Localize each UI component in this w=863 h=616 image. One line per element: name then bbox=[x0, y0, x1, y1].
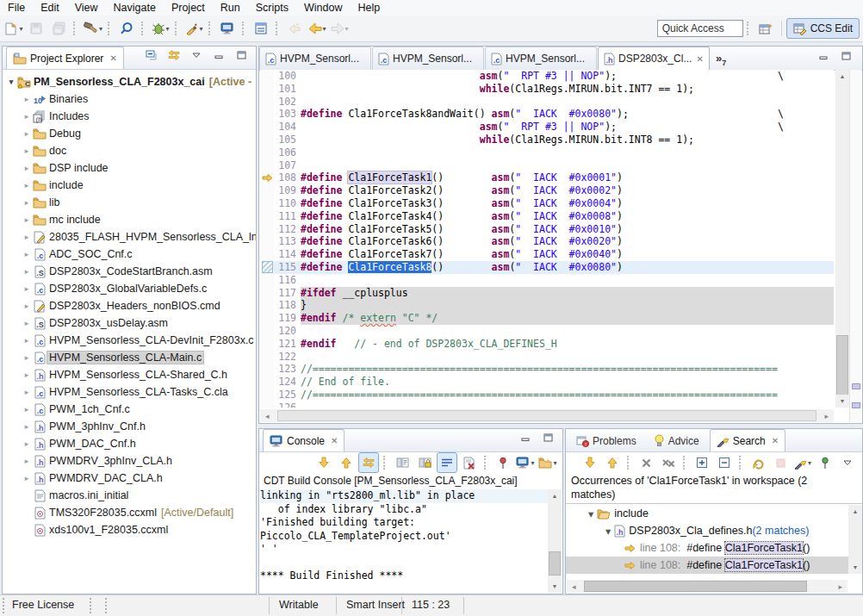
expander-icon[interactable]: ▸ bbox=[22, 250, 32, 258]
expander-icon[interactable]: ▸ bbox=[22, 439, 32, 448]
scroll-right-arrow[interactable]: ▸ bbox=[833, 582, 847, 591]
code-line[interactable]: 106 bbox=[260, 146, 834, 159]
expander-icon[interactable]: ▸ bbox=[22, 112, 32, 121]
gutter-marker-area[interactable] bbox=[260, 210, 274, 223]
expander-icon[interactable]: ▸ bbox=[22, 95, 32, 103]
editor-vertical-scrollbar[interactable]: ▲ ▼ bbox=[835, 70, 849, 408]
tree-item[interactable]: ▸.hPWMDRV_3phInv_CLA.h bbox=[3, 452, 256, 470]
tree-item[interactable]: ▸.cPWM_1ch_Cnf.c bbox=[3, 401, 256, 418]
code-line[interactable]: 104 asm(" RPT #3 || NOP"); \ bbox=[260, 121, 834, 134]
new-file-button[interactable]: ✶▾ bbox=[3, 18, 24, 39]
tree-item[interactable]: ▸mc include bbox=[3, 211, 256, 228]
occurrence-marker[interactable] bbox=[852, 383, 860, 389]
dropdown-arrow-icon[interactable]: ▾ bbox=[323, 25, 326, 33]
editor-tab-3[interactable]: .hDSP2803x_Cl...✕ bbox=[598, 47, 710, 70]
show-console-stderr-button[interactable] bbox=[414, 452, 435, 473]
menu-window[interactable]: Window bbox=[296, 1, 350, 15]
tree-item[interactable]: ▸.cHVPM_Sensorless_CLA-Tasks_C.cla bbox=[3, 383, 256, 401]
minimize-button[interactable] bbox=[813, 46, 834, 66]
code-line[interactable]: 107 bbox=[260, 159, 834, 172]
gutter-marker-area[interactable] bbox=[260, 287, 274, 300]
expander-icon[interactable]: ▸ bbox=[22, 457, 32, 465]
save-all-button[interactable] bbox=[48, 18, 69, 39]
tree-item[interactable]: ▸.hHVPM_Sensorless_CLA-Shared_C.h bbox=[3, 366, 256, 383]
expander-icon[interactable]: ▸ bbox=[22, 284, 32, 293]
expander-icon[interactable]: ▾ bbox=[6, 78, 16, 86]
tree-item[interactable]: ▸.hPWM_DAC_Cnf.h bbox=[3, 435, 256, 452]
gutter-marker-area[interactable] bbox=[260, 389, 274, 401]
expander-icon[interactable]: ▸ bbox=[22, 233, 32, 241]
gutter-marker-area[interactable] bbox=[260, 108, 274, 121]
remove-all-matches-button[interactable] bbox=[658, 452, 679, 473]
code-line[interactable]: 114#define Cla1ForceTask7() asm(" IACK #… bbox=[260, 248, 834, 261]
menu-navigate[interactable]: Navigate bbox=[106, 1, 164, 15]
code-line[interactable]: 116 bbox=[260, 274, 834, 287]
editor-tab-2[interactable]: .cHVPM_Sensorl... bbox=[485, 47, 597, 70]
code-line[interactable]: 110#define Cla1ForceTask3() asm(" IACK #… bbox=[260, 197, 834, 210]
dropdown-arrow-icon[interactable]: ▾ bbox=[200, 25, 203, 33]
scrollbar-thumb[interactable] bbox=[277, 410, 817, 421]
scroll-right-arrow[interactable]: ▸ bbox=[819, 412, 834, 420]
debug-bug-button[interactable]: ▾ bbox=[150, 18, 171, 39]
prev-match-button[interactable] bbox=[602, 452, 623, 473]
editor-tab-1[interactable]: .cHVPM_Sensorl... bbox=[372, 47, 484, 70]
word-wrap-button[interactable] bbox=[437, 452, 457, 473]
editor-horizontal-scrollbar[interactable]: ◂ ▸ bbox=[260, 409, 834, 422]
gutter-marker-area[interactable] bbox=[260, 134, 274, 146]
gutter-marker-area[interactable] bbox=[260, 274, 274, 287]
next-match-button[interactable] bbox=[580, 452, 600, 473]
hidden-editors-chevron[interactable]: »7 bbox=[716, 52, 726, 67]
expander-icon[interactable]: ▾ bbox=[588, 507, 593, 520]
code-line[interactable]: 113#define Cla1ForceTask6() asm(" IACK #… bbox=[260, 235, 834, 248]
tab-advice[interactable]: Advice bbox=[647, 429, 706, 451]
console-scrollbar[interactable]: ▲ ▼ bbox=[548, 489, 562, 593]
dropdown-arrow-icon[interactable]: ▾ bbox=[99, 25, 102, 33]
flash-button[interactable]: ▾ bbox=[183, 18, 204, 39]
dropdown-arrow-icon[interactable]: ▾ bbox=[553, 459, 556, 467]
search-vertical-scrollbar[interactable]: ▲ ▼ bbox=[848, 505, 862, 574]
quick-access-box[interactable]: Quick Access bbox=[657, 20, 743, 37]
gutter-marker-area[interactable] bbox=[260, 184, 274, 197]
gutter-marker-area[interactable] bbox=[260, 299, 274, 312]
expander-icon[interactable]: ▸ bbox=[22, 336, 32, 345]
expander-icon[interactable]: ▸ bbox=[22, 164, 32, 172]
tree-item[interactable]: ▸Debug bbox=[3, 125, 256, 142]
scroll-down-arrow[interactable]: ▼ bbox=[835, 395, 849, 408]
scrollbar-thumb[interactable] bbox=[836, 335, 848, 395]
gutter-marker-area[interactable] bbox=[260, 121, 274, 134]
gutter-marker-area[interactable] bbox=[260, 338, 274, 351]
menu-file[interactable]: File bbox=[0, 1, 33, 15]
code-line[interactable]: 112#define Cla1ForceTask5() asm(" IACK #… bbox=[260, 223, 834, 236]
code-line[interactable]: 102 bbox=[260, 96, 834, 109]
gutter-marker-area[interactable] bbox=[260, 325, 274, 338]
code-line[interactable]: 126 bbox=[260, 401, 834, 408]
gutter-marker-area[interactable] bbox=[260, 363, 274, 376]
scroll-left-arrow[interactable]: ◂ bbox=[567, 582, 581, 591]
display-console-button[interactable]: ▾ bbox=[515, 452, 536, 473]
debug-launch-button[interactable] bbox=[116, 18, 137, 39]
cancel-search-button[interactable] bbox=[770, 452, 791, 473]
code-line[interactable]: 118} bbox=[260, 299, 834, 312]
tab-console[interactable]: Console ✕ bbox=[263, 429, 345, 451]
code-line[interactable]: 117#ifdef __cplusplus bbox=[260, 287, 834, 300]
forward-button[interactable]: ▾ bbox=[329, 18, 350, 39]
code-line[interactable]: 122 bbox=[260, 351, 834, 364]
code-line[interactable]: 105 while(Cla1Regs.MIRUN.bit.INT8 == 1); bbox=[260, 134, 834, 146]
search-folder-row[interactable]: ▾ include bbox=[566, 505, 848, 522]
expander-icon[interactable]: ▸ bbox=[22, 198, 32, 207]
expander-icon[interactable]: ▸ bbox=[22, 422, 32, 431]
menu-project[interactable]: Project bbox=[164, 1, 213, 15]
code-line[interactable]: 115#define Cla1ForceTask8() asm(" IACK #… bbox=[260, 261, 834, 274]
scroll-up-arrow[interactable]: ▲ bbox=[835, 70, 849, 83]
ccs-edit-perspective-button[interactable]: CCS Edit bbox=[786, 18, 860, 39]
close-icon[interactable]: ✕ bbox=[772, 436, 779, 445]
menu-run[interactable]: Run bbox=[213, 1, 248, 15]
expander-icon[interactable]: ▸ bbox=[22, 370, 32, 379]
tree-item[interactable]: TMS320F28035.ccxml[Active/Default] bbox=[3, 504, 256, 521]
code-editor[interactable]: 100 asm(" RPT #3 || NOP"); \101 while(Cl… bbox=[260, 70, 834, 408]
tree-item[interactable]: ▸(hIncludes bbox=[3, 108, 256, 125]
pin-search-button[interactable] bbox=[815, 452, 835, 473]
build-button[interactable]: ▾ bbox=[82, 18, 103, 39]
menu-scripts[interactable]: Scripts bbox=[248, 1, 296, 15]
overview-ruler[interactable] bbox=[849, 70, 861, 422]
